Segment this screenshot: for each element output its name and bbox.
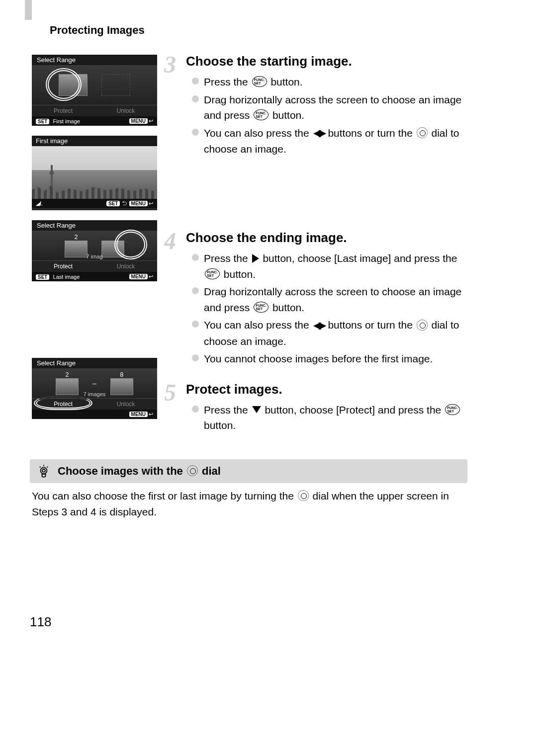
bullet: Press the FUNC.SET button.: [192, 74, 472, 90]
lcd-first-image-preview: First image ◢L SET⮌ MENU↩: [32, 136, 157, 210]
action-unlock: Unlock: [94, 398, 157, 410]
menu-badge: MENU: [129, 274, 148, 279]
tip-header: Choose images with the dial: [30, 459, 467, 483]
mid-count-text: 7 imag: [86, 253, 102, 259]
tip-box: Choose images with the dial You can also…: [30, 459, 467, 524]
text: Drag horizontally across the screen to c…: [204, 286, 461, 313]
action-unlock: Unlock: [94, 260, 157, 272]
lcd-body: [32, 65, 157, 105]
footer-left-text: First image: [53, 118, 80, 124]
set-badge: SET: [36, 119, 49, 124]
control-dial-icon: [417, 127, 428, 138]
right-arrow-icon: [252, 254, 259, 263]
svg-line-2: [47, 467, 48, 468]
lcd-title: Select Range: [32, 358, 157, 368]
text: Press the: [204, 252, 251, 264]
func-set-icon: FUNC.SET: [254, 109, 268, 120]
svg-line-1: [40, 467, 41, 468]
mid-count-text: 7 images: [84, 391, 106, 397]
lcd-action-row: Protect Unlock: [32, 260, 157, 272]
running-header: Protecting Images: [50, 24, 145, 37]
text: Choose images with the: [58, 465, 186, 477]
lcd-body: 2 7 imag: [32, 231, 157, 260]
func-set-icon: FUNC.SET: [445, 404, 460, 415]
skyline-silhouette: [32, 184, 157, 199]
count-label: 8: [120, 371, 124, 378]
menu-badge: MENU: [129, 412, 148, 417]
left-right-arrows-icon: ◀▶: [313, 125, 324, 140]
control-dial-icon: [187, 465, 198, 476]
text: Press the: [204, 76, 251, 87]
set-badge: SET: [106, 201, 120, 206]
text: You can also press the: [204, 319, 312, 331]
left-right-arrows-icon: ◀▶: [313, 318, 324, 333]
count-label: 2: [66, 371, 69, 378]
action-unlock: Unlock: [94, 105, 157, 116]
tip-title: Choose images with the dial: [58, 465, 221, 478]
down-arrow-icon: [252, 406, 261, 413]
step-number: 3: [164, 51, 176, 78]
lcd-footer: MENU↩: [32, 410, 157, 419]
instruction-column: 3 Choose the starting image. Press the F…: [164, 54, 472, 448]
preview-image: [32, 146, 157, 199]
text: You can also press the: [204, 127, 312, 139]
lcd-select-range-last: Select Range 2 7 imag Protect Unlock SET…: [32, 220, 157, 281]
step-title: Protect images.: [186, 382, 472, 397]
text: You can also choose the first or last im…: [32, 490, 297, 502]
action-protect: Protect: [32, 260, 94, 272]
highlight-circle-inner: [116, 232, 145, 257]
footer-left: SET First image: [36, 118, 80, 124]
lcd-action-row: Protect Unlock: [32, 105, 157, 116]
lcd-select-range-first: Select Range Protect Unlock SET First im…: [32, 55, 157, 126]
control-dial-icon: [417, 320, 428, 331]
svg-point-3: [41, 467, 47, 474]
lcd-title: Select Range: [32, 55, 157, 65]
page-edge-tab: [25, 0, 32, 20]
svg-point-4: [42, 469, 45, 472]
lightbulb-icon: [37, 464, 51, 478]
highlight-oval-inner: [36, 398, 90, 409]
step-3: 3 Choose the starting image. Press the F…: [164, 54, 472, 157]
bullet: You cannot choose images before the firs…: [192, 351, 472, 367]
step-4: 4 Choose the ending image. Press the but…: [164, 230, 472, 366]
lcd-footer: SET First image MENU↩: [32, 116, 157, 126]
text: dial: [202, 465, 221, 477]
footer-left-text: Last image: [53, 274, 80, 280]
thumbnail: [65, 241, 88, 257]
control-dial-icon: [298, 490, 309, 501]
left-screenshot-column: Select Range Protect Unlock SET First im…: [32, 55, 157, 429]
tower-silhouette: [51, 165, 53, 188]
text: Drag horizontally across the screen to c…: [204, 94, 461, 121]
step-number: 5: [164, 379, 176, 406]
lcd-title: Select Range: [32, 220, 157, 231]
text: buttons or turn the: [328, 127, 415, 139]
step-title: Choose the ending image.: [186, 230, 472, 246]
func-set-icon: FUNC.SET: [252, 76, 267, 87]
count-label: 2: [75, 234, 78, 241]
thumbnail-empty: [101, 74, 130, 96]
tip-body: You can also choose the first or last im…: [30, 483, 467, 524]
bullet: You can also press the ◀▶ buttons or tur…: [192, 125, 472, 157]
step-5: 5 Protect images. Press the button, choo…: [164, 382, 472, 433]
text: button.: [270, 76, 302, 87]
func-set-icon: FUNC.SET: [254, 302, 268, 313]
text: button, choose [Last image] and press th…: [263, 252, 457, 264]
text: You cannot choose images before the firs…: [204, 353, 433, 364]
bullet: Press the button, choose [Last image] an…: [192, 251, 472, 282]
bullet: Drag horizontally across the screen to c…: [192, 92, 472, 123]
lcd-footer: ◢L SET⮌ MENU↩: [32, 199, 157, 208]
action-protect: Protect: [32, 105, 94, 116]
footer-right: MENU↩: [129, 273, 153, 280]
thumbnail: [56, 378, 79, 395]
text: buttons or turn the: [328, 319, 415, 331]
page-number: 118: [30, 614, 51, 630]
lcd-title: First image: [32, 136, 157, 146]
func-set-icon: FUNC.SET: [205, 268, 220, 279]
text: button.: [272, 109, 304, 121]
bullet: You can also press the ◀▶ buttons or tur…: [192, 317, 472, 349]
lcd-protect-images: Select Range 2 – 8 7 images Protect Unlo…: [32, 358, 157, 419]
lcd-footer: SET Last image MENU↩: [32, 272, 157, 281]
footer-right: MENU↩: [129, 118, 153, 124]
step-title: Choose the starting image.: [186, 54, 472, 69]
lcd-action-row: Protect Unlock: [32, 398, 157, 410]
